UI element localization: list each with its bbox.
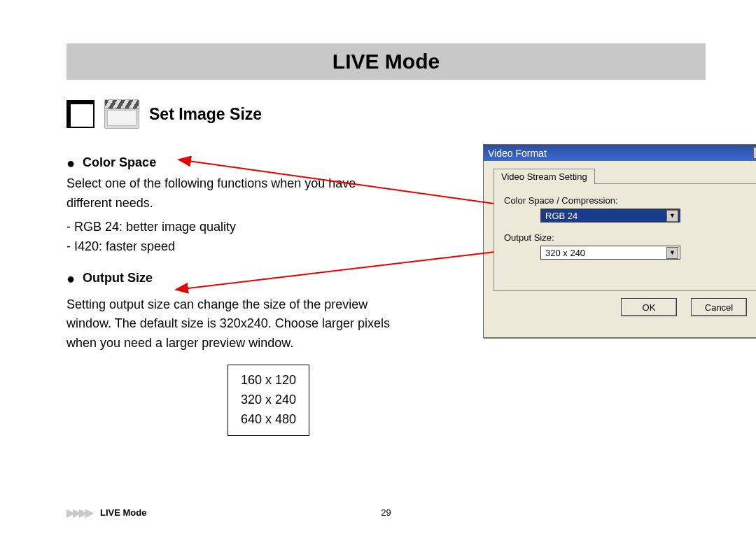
close-icon[interactable]: × (753, 147, 756, 159)
size-option-1: 320 x 240 (241, 390, 296, 410)
section-title: Set Image Size (149, 105, 262, 124)
chevron-trail-icon: ▶▶▶▶ (66, 506, 92, 519)
dialog-title: Video Format (488, 148, 547, 159)
page-footer: ▶▶▶▶ LIVE Mode 29 (66, 506, 706, 519)
footer-section-title: LIVE Mode (100, 507, 146, 518)
chevron-down-icon[interactable]: ▼ (666, 210, 678, 222)
square-frame-icon (66, 100, 94, 128)
text-column: ● Color Space Select one of the followin… (66, 150, 402, 436)
ok-button[interactable]: OK (621, 298, 677, 316)
output-size-heading-row: ● Output Size (66, 268, 402, 290)
page-header-title: LIVE Mode (332, 50, 440, 73)
dialog-titlebar: Video Format × (484, 145, 756, 161)
page-header: LIVE Mode (66, 43, 706, 80)
output-size-desc: Setting output size can change the size … (66, 295, 402, 354)
chevron-down-icon[interactable]: ▼ (666, 247, 678, 259)
combo-output-size[interactable]: 320 x 240 ▼ (540, 246, 680, 260)
content-area: ● Color Space Select one of the followin… (66, 150, 706, 436)
color-space-desc: Select one of the following functions wh… (66, 174, 402, 213)
page-number: 29 (381, 507, 391, 518)
section-title-row: Set Image Size (66, 99, 706, 129)
color-space-heading-row: ● Color Space (66, 153, 402, 174)
size-option-2: 640 x 480 (241, 410, 296, 430)
tab-video-stream-setting[interactable]: Video Stream Setting (493, 169, 595, 184)
combo-output-size-value: 320 x 240 (545, 248, 585, 258)
combo-color-space-value: RGB 24 (545, 211, 578, 221)
combo-color-space[interactable]: RGB 24 ▼ (540, 209, 680, 223)
bullet-icon: ● (66, 271, 75, 286)
color-space-opt2: I420: faster speed (66, 237, 402, 257)
size-option-0: 160 x 120 (241, 371, 296, 390)
label-output-size: Output Size: (504, 232, 750, 243)
color-space-heading: Color Space (83, 153, 156, 173)
video-format-dialog: Video Format × Video Stream Setting Colo… (483, 144, 756, 338)
bullet-icon: ● (66, 155, 75, 171)
clapper-icon (104, 99, 139, 129)
color-space-opt1: RGB 24: better image quality (66, 218, 402, 237)
cancel-button[interactable]: Cancel (691, 298, 747, 316)
output-size-heading: Output Size (83, 269, 153, 288)
label-color-space: Color Space / Compression: (504, 195, 750, 206)
size-options-box: 160 x 120 320 x 240 640 x 480 (227, 365, 309, 436)
